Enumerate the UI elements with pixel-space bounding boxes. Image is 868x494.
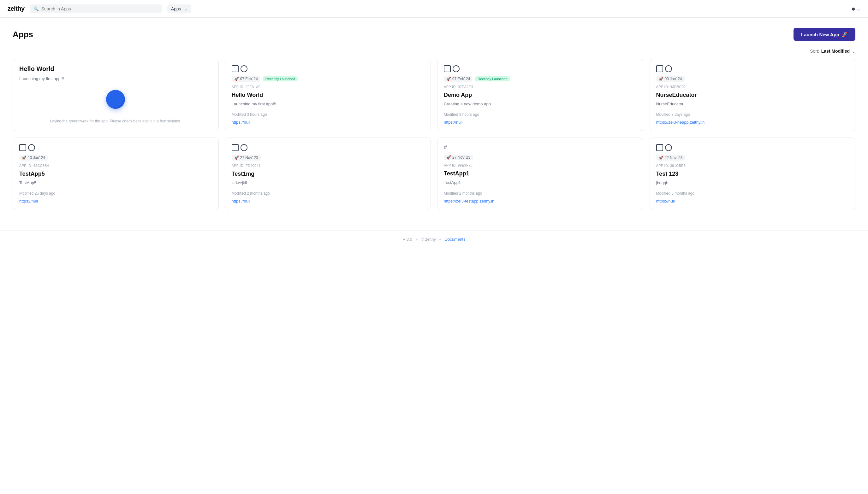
- app-header: zelthy 🔍 Apps ⌄ ● ⌄: [0, 0, 868, 18]
- app-url[interactable]: https://null: [232, 120, 425, 125]
- app-id-label: APP ID: 99FA1A0: [232, 85, 425, 89]
- chevron-down-icon: ⌄: [857, 6, 861, 11]
- app-modified: Modified 2 months ago: [444, 191, 636, 195]
- square-icon: [19, 144, 26, 151]
- app-name: TestApp1: [444, 170, 636, 177]
- app-id-label: APP ID: 391CBE6: [656, 164, 849, 168]
- rocket-small-icon: 🚀: [234, 77, 239, 81]
- featured-app-desc: Launching my first app!!!: [19, 76, 212, 81]
- search-bar[interactable]: 🔍: [30, 4, 162, 13]
- featured-app-name: Hello World: [19, 65, 212, 73]
- date-text: 07 Feb' 24: [452, 77, 470, 81]
- app-desc: Creating a new demo app: [444, 101, 636, 106]
- app-name: Demo App: [444, 92, 636, 98]
- launch-new-app-button[interactable]: Launch New App 🚀: [794, 28, 855, 41]
- copyright-label: © zelthy: [421, 237, 436, 242]
- app-card-nurseeducator[interactable]: 🚀 09 Jan' 24 APP ID: 43DBC02 NurseEducat…: [650, 59, 856, 131]
- app-url[interactable]: https://null: [232, 199, 425, 204]
- globe-graphic: [19, 90, 212, 109]
- app-card-testapp5[interactable]: 🚀 13 Jan' 24 APP ID: 42CC3B4 TestApp5 Te…: [13, 137, 219, 210]
- square-icon: [444, 65, 451, 72]
- globe-icon: [106, 90, 125, 109]
- logo: zelthy: [7, 5, 25, 12]
- app-desc: jhdgqh: [656, 180, 849, 185]
- circle-icon: [665, 144, 672, 151]
- rocket-icon: 🚀: [842, 32, 848, 37]
- date-badge: 🚀 27 Nov' 23: [444, 155, 473, 160]
- search-input[interactable]: [41, 6, 159, 11]
- circle-icon: [241, 144, 247, 151]
- app-id-label: APP ID: FD40041: [232, 164, 425, 168]
- sort-value[interactable]: Last Modified: [821, 49, 850, 54]
- app-modified: Modified 3 months ago: [656, 191, 849, 195]
- card-icons: [656, 144, 849, 151]
- card-date-row: 🚀 07 Feb' 24 Recently Launched: [232, 76, 425, 82]
- card-icons: [444, 65, 636, 72]
- sort-bar: Sort: Last Modified ⌄: [13, 49, 855, 54]
- footer-dot-1: ●: [415, 237, 418, 242]
- app-url[interactable]: https://zel3-testapp.zelthy.in: [444, 199, 636, 204]
- app-url[interactable]: https://null: [19, 199, 212, 204]
- card-icons: [232, 65, 425, 72]
- rocket-small-icon: 🚀: [22, 155, 26, 160]
- card-icons: #: [444, 144, 636, 151]
- app-card-testapp1[interactable]: # 🚀 27 Nov' 23 APP ID: 99E9F78 TestApp1 …: [437, 137, 643, 210]
- search-icon: 🔍: [34, 6, 39, 11]
- app-desc: NurseEducator: [656, 101, 849, 106]
- date-badge: 🚀 13 Jan' 24: [19, 155, 48, 160]
- sort-label: Sort:: [810, 49, 819, 54]
- card-date-row: 🚀 27 Nov' 23: [444, 155, 636, 160]
- app-name: NurseEducator: [656, 92, 849, 98]
- card-date-row: 🚀 13 Jan' 24: [19, 155, 212, 160]
- app-desc: kjdwejklf: [232, 180, 425, 185]
- chevron-down-icon: ⌄: [184, 6, 187, 11]
- date-text: 27 Nov' 23: [240, 155, 258, 160]
- app-url[interactable]: https://zel3-neapp.zelthy.in: [656, 120, 849, 125]
- app-id-label: APP ID: 43DBC02: [656, 85, 849, 89]
- footer-dot-2: ●: [439, 237, 442, 242]
- card-date-row: 🚀 22 Nov' 23: [656, 155, 849, 160]
- rocket-small-icon: 🚀: [659, 77, 663, 81]
- circle-icon: [241, 65, 247, 72]
- page-header: Apps Launch New App 🚀: [13, 28, 855, 41]
- app-id-label: APP ID: 42CC3B4: [19, 164, 212, 168]
- sort-chevron-icon[interactable]: ⌄: [852, 49, 855, 54]
- square-icon: [656, 65, 663, 72]
- card-icons: [19, 144, 212, 151]
- app-card-test1mg[interactable]: 🚀 27 Nov' 23 APP ID: FD40041 Test1mg kjd…: [225, 137, 431, 210]
- date-badge: 🚀 07 Feb' 24: [232, 76, 260, 82]
- app-modified: Modified 3 hours ago: [444, 112, 636, 117]
- avatar-icon: ●: [851, 5, 855, 13]
- rocket-small-icon: 🚀: [446, 77, 451, 81]
- app-card-featured[interactable]: Hello World Launching my first app!!! La…: [13, 59, 219, 131]
- version-label: V 3.0: [403, 237, 412, 242]
- card-date-row: 🚀 27 Nov' 23: [232, 155, 425, 160]
- date-badge: 🚀 22 Nov' 23: [656, 155, 685, 160]
- hash-icon: #: [444, 144, 447, 151]
- card-icons: [232, 144, 425, 151]
- scope-selector[interactable]: Apps ⌄: [167, 4, 191, 13]
- launch-button-label: Launch New App: [801, 32, 839, 37]
- app-name: Test1mg: [232, 171, 425, 177]
- date-text: 27 Nov' 23: [452, 155, 470, 159]
- app-card-test123[interactable]: 🚀 22 Nov' 23 APP ID: 391CBE6 Test 123 jh…: [650, 137, 856, 210]
- square-icon: [656, 144, 663, 151]
- app-url[interactable]: https://null: [656, 199, 849, 204]
- app-card-hello-world[interactable]: 🚀 07 Feb' 24 Recently Launched APP ID: 9…: [225, 59, 431, 131]
- recently-launched-badge: Recently Launched: [475, 76, 510, 81]
- app-name: Hello World: [232, 92, 425, 98]
- app-id-label: APP ID: 99E9F78: [444, 164, 636, 167]
- app-card-demo-app[interactable]: 🚀 07 Feb' 24 Recently Launched APP ID: 9…: [437, 59, 643, 131]
- recently-launched-badge: Recently Launched: [263, 76, 298, 81]
- card-date-row: 🚀 09 Jan' 24: [656, 76, 849, 82]
- square-icon: [232, 144, 239, 151]
- date-badge: 🚀 09 Jan' 24: [656, 76, 685, 82]
- docs-link[interactable]: Documents: [445, 237, 465, 242]
- date-text: 22 Nov' 23: [665, 155, 683, 160]
- circle-icon: [453, 65, 460, 72]
- app-url[interactable]: https://null: [444, 120, 636, 125]
- user-avatar-button[interactable]: ● ⌄: [851, 5, 861, 13]
- apps-grid: Hello World Launching my first app!!! La…: [13, 59, 855, 210]
- date-text: 07 Feb' 24: [240, 77, 258, 81]
- app-modified: Modified 3 hours ago: [232, 112, 425, 117]
